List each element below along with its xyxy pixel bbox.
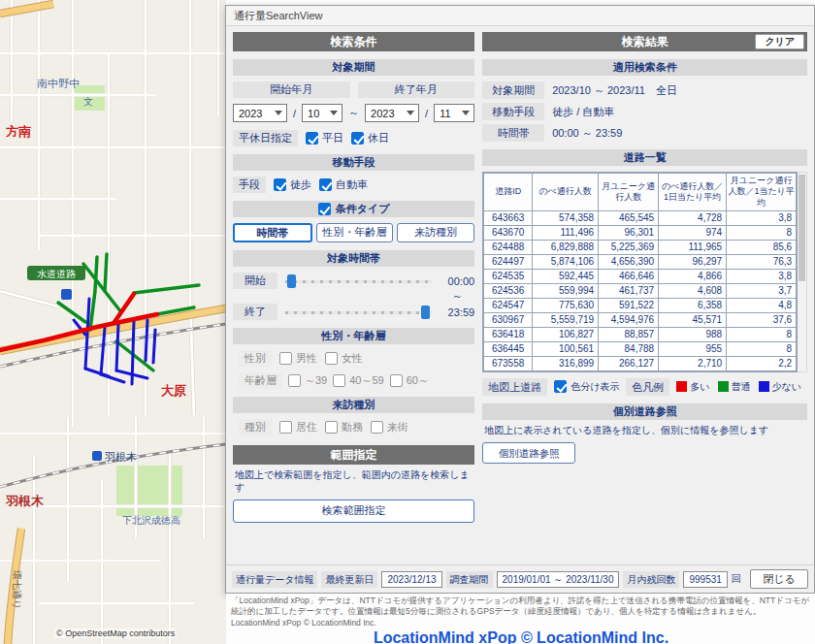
chevron-down-icon bbox=[275, 111, 282, 115]
road-table: 道路IDのべ通行人数月ユニーク通行人数のべ通行人数／1日当たり平均月ユニーク通行… bbox=[483, 173, 797, 371]
transport-label: 手段 bbox=[233, 177, 266, 193]
table-cell: 85,6 bbox=[727, 240, 797, 254]
table-cell: 3,7 bbox=[727, 283, 797, 298]
data-info-bar: 通行量データ情報 最終更新日 2023/12/13 調査期間 2019/01/0… bbox=[226, 564, 814, 593]
table-cell: 4,656,390 bbox=[599, 254, 659, 269]
table-scrollbar[interactable] bbox=[798, 172, 807, 372]
table-cell: 2,2 bbox=[727, 356, 797, 370]
time-start-slider[interactable] bbox=[285, 274, 432, 289]
weekday-row: 平休日指定 平日 休日 bbox=[233, 130, 474, 146]
table-cell: 2,710 bbox=[659, 356, 727, 370]
weekday-checkbox[interactable]: 平日 bbox=[306, 131, 343, 145]
road-table-wrap: 道路IDのべ通行人数月ユニーク通行人数のべ通行人数／1日当たり平均月ユニーク通行… bbox=[482, 172, 798, 372]
table-row[interactable]: 636418106,82788,8579888 bbox=[484, 327, 797, 341]
table-row[interactable]: 6244886,829,8885,225,369111,96585,6 bbox=[484, 240, 797, 254]
table-cell: 266,127 bbox=[599, 356, 659, 370]
legend-color-swatch bbox=[676, 381, 687, 392]
period-labels-row: 開始年月 終了年月 bbox=[233, 81, 474, 98]
legend-label: 少ない bbox=[772, 380, 801, 394]
start-year-select[interactable]: 2023 bbox=[233, 104, 287, 122]
time-start-row: 開始 00:00 bbox=[233, 273, 474, 289]
time-tilde-row: ～ bbox=[233, 289, 474, 304]
map-roads-label: 地図上道路 bbox=[482, 378, 547, 396]
table-cell: 4,728 bbox=[659, 210, 727, 225]
map-label-ohara: 大原 bbox=[161, 383, 186, 398]
end-year-select[interactable]: 2023 bbox=[365, 104, 419, 122]
map-label-honan: 方南 bbox=[5, 124, 31, 139]
condition-type-checkbox[interactable] bbox=[318, 203, 331, 215]
table-cell: 96,297 bbox=[659, 254, 727, 269]
metro-station-icon bbox=[61, 289, 72, 300]
close-button[interactable]: 閉じる bbox=[750, 569, 808, 589]
scrollbar-thumb[interactable] bbox=[799, 175, 805, 281]
table-row[interactable]: 624536559,994461,7374,6083,7 bbox=[484, 283, 797, 298]
tab-time-range[interactable]: 時間帯 bbox=[233, 223, 312, 242]
table-cell: 591,522 bbox=[599, 298, 659, 312]
road-list-header: 道路一覧 bbox=[482, 149, 807, 166]
gender-label: 性別 bbox=[239, 350, 272, 367]
table-row[interactable]: 643670111,49696,3019748 bbox=[484, 225, 797, 240]
legend-label: 普通 bbox=[732, 380, 751, 394]
dialog-titlebar[interactable]: 通行量SearchView bbox=[226, 6, 814, 26]
walk-checkbox[interactable]: 徒歩 bbox=[274, 177, 311, 192]
start-month-value: 10 bbox=[308, 108, 319, 119]
slider-thumb[interactable] bbox=[421, 306, 430, 319]
applied-time-row: 時間帯 00:00 ～ 23:59 bbox=[482, 124, 807, 142]
last-updated-label: 最終更新日 bbox=[321, 571, 377, 588]
age-60-label: 60～ bbox=[407, 373, 429, 388]
clear-button[interactable]: クリア bbox=[755, 34, 804, 49]
start-month-label: 開始年月 bbox=[233, 81, 350, 98]
range-spec-button[interactable]: 検索範囲指定 bbox=[233, 499, 474, 523]
age-60-checkbox: 60～ bbox=[390, 373, 429, 388]
holiday-checkbox[interactable]: 休日 bbox=[351, 131, 389, 145]
search-results-header: 検索結果 クリア bbox=[482, 32, 807, 51]
traffic-data-info-label: 通行量データ情報 bbox=[232, 571, 317, 588]
disclaimer-copyright: LocationMind xPop © LocationMind Inc. bbox=[231, 618, 811, 628]
chevron-down-icon bbox=[407, 111, 414, 115]
table-row[interactable]: 673558316,899266,1272,7102,2 bbox=[484, 356, 797, 370]
monthly-quota-label: 月内残回数 bbox=[623, 571, 679, 588]
individual-road-button[interactable]: 個別道路参照 bbox=[482, 442, 575, 464]
table-cell: 4,8 bbox=[727, 298, 797, 312]
map[interactable]: 南中野中 文 方南 水道道路 大原 羽根木 羽根木 下北沢成徳高 環七通り © … bbox=[0, 0, 226, 644]
table-cell: 4,608 bbox=[659, 283, 727, 298]
legend-color-swatch bbox=[718, 381, 729, 392]
range-spec-header: 範囲指定 bbox=[233, 445, 474, 465]
condition-type-label: 条件タイプ bbox=[336, 201, 390, 217]
color-toggle-checkbox[interactable]: 色分け表示 bbox=[554, 380, 619, 394]
table-row[interactable]: 636445100,56184,7889558 bbox=[484, 341, 797, 356]
color-legend-label: 色凡例 bbox=[626, 378, 669, 396]
column-header: 月ユニーク通行人数／1当たり平均 bbox=[727, 174, 797, 211]
table-row[interactable]: 643663574,358465,5454,7283,8 bbox=[484, 210, 797, 225]
visit-kind-label: 種別 bbox=[239, 419, 272, 435]
car-checkbox[interactable]: 自動車 bbox=[319, 177, 368, 192]
individual-road-description: 地図上に表示されている道路を指定し、個別に情報を参照します bbox=[482, 424, 807, 436]
table-cell: 974 bbox=[659, 225, 727, 240]
legend-color-swatch bbox=[759, 381, 769, 392]
tab-visit-type[interactable]: 来訪種別 bbox=[397, 223, 474, 242]
table-cell: 100,561 bbox=[533, 341, 599, 356]
map-label-hanegi: 羽根木 bbox=[5, 494, 45, 508]
table-row[interactable]: 6309675,559,7194,594,97645,57137,6 bbox=[484, 312, 797, 327]
period-tilde: ～ bbox=[348, 106, 359, 120]
table-cell: 6,358 bbox=[659, 298, 727, 312]
map-road-legend-row: 地図上道路 色分け表示 色凡例 多い普通少ない bbox=[482, 378, 807, 396]
table-row[interactable]: 624535592,445466,6464,8663,8 bbox=[484, 269, 797, 283]
range-spec-description: 地図上で検索範囲を指定し、範囲内の道路を検索します bbox=[233, 468, 474, 494]
time-end-slider[interactable] bbox=[285, 305, 432, 320]
slider-thumb[interactable] bbox=[287, 274, 296, 288]
table-cell: 465,545 bbox=[599, 210, 659, 225]
start-month-select[interactable]: 10 bbox=[302, 104, 342, 122]
screen: 南中野中 文 方南 水道道路 大原 羽根木 羽根木 下北沢成徳高 環七通り © … bbox=[0, 0, 815, 644]
road-table-area: 道路IDのべ通行人数月ユニーク通行人数のべ通行人数／1日当たり平均月ユニーク通行… bbox=[482, 172, 807, 372]
transport-row: 手段 徒歩 自動車 bbox=[233, 177, 474, 193]
table-cell: 4,866 bbox=[659, 269, 727, 283]
slider-track bbox=[285, 311, 432, 314]
tab-gender-age[interactable]: 性別・年齢層 bbox=[316, 223, 394, 242]
table-row[interactable]: 6244975,874,1064,656,39096,29776,3 bbox=[484, 254, 797, 269]
checkbox-unchecked-icon bbox=[333, 374, 345, 387]
end-month-select[interactable]: 11 bbox=[434, 104, 474, 122]
table-row[interactable]: 624547775,630591,5226,3584,8 bbox=[484, 298, 797, 312]
table-cell: 5,559,719 bbox=[533, 312, 599, 327]
age-40-59-label: 40～59 bbox=[349, 373, 383, 388]
